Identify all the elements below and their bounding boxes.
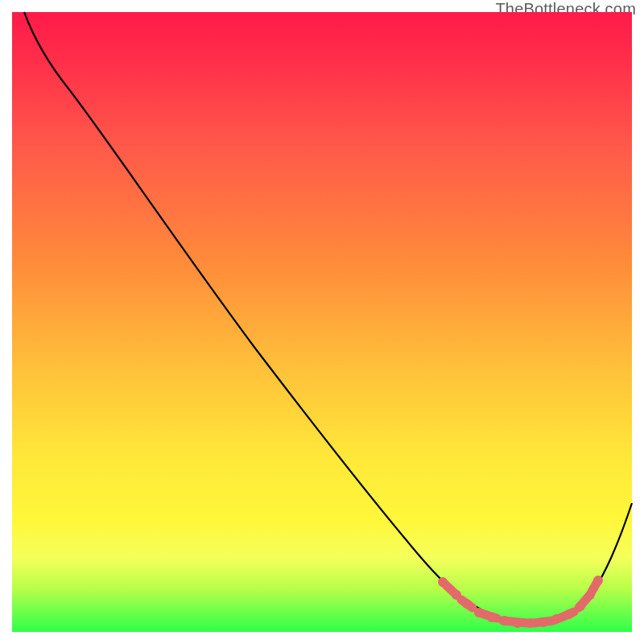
svg-point-2 — [462, 599, 472, 609]
svg-point-13 — [593, 576, 603, 585]
svg-point-3 — [474, 608, 484, 617]
chart-stage: TheBottleneck.com — [0, 0, 644, 644]
svg-point-4 — [487, 613, 497, 622]
svg-point-0 — [438, 577, 448, 587]
svg-point-1 — [452, 590, 461, 600]
svg-point-11 — [576, 601, 585, 611]
plot-area — [12, 12, 632, 632]
svg-point-10 — [564, 609, 574, 619]
svg-point-7 — [526, 618, 535, 628]
svg-point-5 — [500, 616, 510, 625]
svg-point-6 — [513, 618, 522, 628]
svg-point-8 — [539, 617, 548, 627]
svg-point-12 — [585, 590, 595, 600]
curve-svg — [12, 12, 632, 632]
bottleneck-curve — [24, 12, 632, 622]
highlight-beads — [438, 576, 603, 628]
svg-point-9 — [551, 614, 561, 624]
